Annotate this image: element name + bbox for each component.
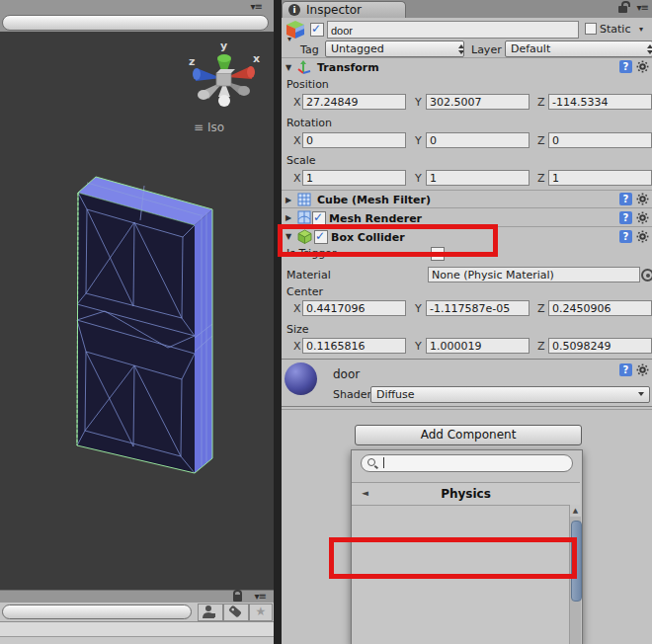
help-icon[interactable]: ? — [619, 60, 632, 73]
shader-label: Shader — [333, 388, 371, 401]
bottom-search-field[interactable] — [2, 604, 192, 619]
axis-x-label: X — [293, 172, 301, 185]
scene-gizmo[interactable]: y x z — [188, 36, 261, 115]
size-y-field[interactable]: 1.000019 — [426, 338, 530, 354]
center-z-field[interactable]: 0.2450906 — [548, 300, 652, 316]
center-y-field[interactable]: -1.117587e-05 — [426, 300, 530, 316]
scene-toolbar-field[interactable] — [2, 15, 269, 31]
axis-x-label: X — [293, 96, 301, 109]
scene-toolbar — [0, 14, 274, 32]
position-x-field[interactable]: 27.24849 — [302, 94, 406, 110]
inspector-menu-icon[interactable]: ▾≡ — [637, 2, 648, 13]
door-mesh-object[interactable] — [57, 168, 220, 486]
star-icon: ★ — [256, 604, 267, 618]
center-label: Center — [286, 285, 323, 298]
rotation-x-field[interactable]: 0 — [302, 132, 406, 148]
help-icon[interactable]: ? — [619, 211, 632, 224]
size-x-field[interactable]: 0.1165816 — [302, 338, 406, 354]
dropdown-arrow-icon — [638, 392, 644, 396]
gizmo-iso-toggle[interactable]: ≡ Iso — [194, 121, 224, 134]
help-icon[interactable]: ? — [619, 230, 632, 243]
gameobject-active-checkbox[interactable] — [310, 23, 324, 37]
size-label: Size — [286, 323, 309, 336]
inspector-tab-strip: i Inspector ▾≡ — [282, 0, 652, 19]
gear-icon[interactable] — [636, 193, 649, 205]
shader-value: Diffuse — [376, 388, 415, 401]
rotation-label: Rotation — [286, 117, 332, 129]
static-dropdown-arrow[interactable]: ▾ — [639, 25, 643, 34]
position-z-field[interactable]: -114.5334 — [548, 94, 652, 110]
static-checkbox[interactable] — [585, 23, 597, 35]
tag-filter-button[interactable] — [223, 604, 249, 621]
unity-editor-window: ▾≡ — [0, 0, 652, 644]
material-name: door — [333, 367, 360, 381]
mesh-renderer-icon — [297, 210, 311, 224]
gear-icon[interactable] — [636, 230, 649, 243]
position-label: Position — [286, 78, 329, 91]
add-component-button[interactable]: Add Component — [355, 425, 582, 445]
layer-dropdown[interactable]: Default — [505, 40, 652, 57]
mesh-filter-icon — [297, 193, 311, 206]
foldout-closed-icon[interactable]: ▶ — [285, 213, 291, 222]
inspector-lock-icon[interactable] — [618, 6, 627, 13]
scroll-up-arrow[interactable]: ▲ — [570, 505, 581, 517]
tag-icon — [224, 604, 246, 618]
person-icon — [199, 604, 220, 618]
scale-z-field[interactable]: 1 — [548, 170, 652, 186]
tag-dropdown[interactable]: Untagged — [325, 40, 464, 57]
rotation-y-field[interactable]: 0 — [426, 132, 530, 148]
rotation-z-field[interactable]: 0 — [548, 132, 652, 148]
position-y-field[interactable]: 302.5007 — [426, 94, 530, 110]
panel-menu-icon[interactable]: ▾≡ — [251, 1, 262, 12]
mesh-renderer-enabled-checkbox[interactable] — [312, 211, 326, 225]
star-filter-button[interactable]: ★ — [249, 604, 273, 621]
help-icon[interactable]: ? — [619, 363, 632, 376]
axis-y-label: Y — [415, 134, 422, 147]
help-icon[interactable]: ? — [619, 193, 632, 205]
scene-view-panel: ▾≡ — [0, 0, 274, 644]
mesh-filter-header[interactable]: ▶ Cube (Mesh Filter) ? — [282, 190, 652, 208]
gear-icon[interactable] — [636, 211, 649, 224]
panel-divider[interactable] — [274, 0, 282, 644]
foldout-open-icon[interactable]: ▼ — [285, 63, 291, 72]
material-label: Material — [286, 269, 331, 282]
bottom-toolbar: ★ — [0, 603, 274, 622]
gear-icon[interactable] — [636, 60, 649, 73]
material-preview-section: door ? Shader Diffuse — [282, 360, 652, 405]
axis-z-label: Z — [537, 96, 545, 109]
transform-header[interactable]: ▼ Transform ? — [282, 57, 652, 76]
scale-x-field[interactable]: 1 — [302, 170, 406, 186]
material-sphere-preview[interactable] — [285, 362, 317, 395]
panel-menu-icon[interactable]: ▾≡ — [255, 591, 266, 602]
axis-z-label: Z — [537, 172, 545, 185]
foldout-closed-icon[interactable]: ▶ — [285, 196, 291, 204]
person-filter-button[interactable] — [198, 604, 223, 621]
text-cursor — [383, 457, 384, 468]
tag-label: Tag — [300, 43, 319, 56]
gameobject-header: ▾ Static ▾ Tag Untagged Layer Default — [282, 18, 652, 57]
category-header: ◄ Physics — [352, 482, 580, 506]
shader-dropdown[interactable]: Diffuse — [370, 386, 650, 403]
tag-value: Untagged — [331, 42, 384, 55]
highlight-box-collider-menu-item — [329, 537, 577, 579]
scene-viewport[interactable]: y x z ≡ Iso — [0, 32, 274, 590]
lock-icon[interactable] — [233, 595, 242, 602]
icon-dropdown-arrow[interactable]: ▾ — [287, 35, 291, 43]
gear-icon[interactable] — [636, 363, 649, 376]
tab-inspector[interactable]: i Inspector — [282, 1, 406, 19]
axis-x-label: X — [293, 302, 301, 315]
size-z-field[interactable]: 0.5098249 — [548, 338, 652, 354]
physic-material-field[interactable]: None (Physic Material) — [428, 267, 640, 282]
object-picker-icon[interactable] — [641, 269, 652, 282]
axis-z-label: Z — [537, 302, 545, 315]
gizmo-y-label: y — [220, 40, 227, 52]
scale-y-field[interactable]: 1 — [426, 170, 530, 186]
center-x-field[interactable]: 0.4417096 — [302, 300, 406, 316]
footer-strip — [0, 637, 274, 644]
gizmo-z-label: z — [189, 55, 195, 68]
tab-label: Inspector — [306, 3, 362, 17]
component-search-field[interactable] — [361, 454, 573, 472]
transform-title: Transform — [317, 61, 379, 74]
axis-y-label: Y — [415, 96, 422, 109]
gameobject-name-field[interactable] — [327, 21, 579, 39]
